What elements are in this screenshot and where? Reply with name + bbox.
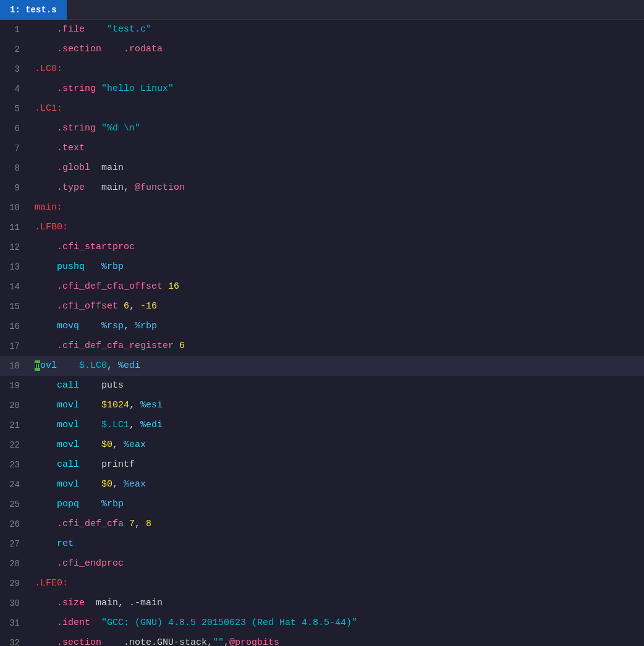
code-line: 23 call printf [0,455,644,475]
line-number: 11 [0,223,30,232]
line-number: 26 [0,519,30,529]
line-content: .type main, @function [30,179,644,197]
code-line: 20 movl $1024, %esi [0,396,644,415]
line-number: 1 [0,25,30,35]
token-space [118,301,124,312]
token-plain: , [135,519,146,529]
line-content: movq %rsp, %rbp [30,317,644,336]
token-label2: .LFE0: [35,578,68,589]
token-directive: .cfi_def_cfa [35,519,124,529]
line-content: call puts [30,376,644,395]
token-space [163,281,168,292]
token-string: "%d \n" [101,123,140,134]
line-content: .cfi_startproc [30,238,644,257]
token-number: 7 [129,519,135,529]
line-content: movl $0, %eax [30,436,644,454]
token-directive: .cfi_startproc [35,242,135,252]
active-tab[interactable]: 1: test.s [0,0,67,20]
token-string: "GCC: (GNU) 4.8.5 20150623 (Red Hat 4.8.… [101,618,357,628]
line-number: 19 [0,381,30,391]
line-number: 6 [0,124,30,134]
code-line: 13 pushq %rbp [0,257,644,277]
line-number: 3 [0,64,30,74]
line-content: .file "test.c" [30,20,644,39]
token-number: 6 [179,341,185,351]
line-content: .LFE0: [30,574,644,593]
code-line: 32 .section .note.GNU-stack,"",@progbits [0,633,644,646]
line-content: .LC1: [30,100,644,118]
line-content: movl $0, %eax [30,475,644,494]
token-space [90,618,101,628]
line-number: 16 [0,321,30,331]
line-number: 5 [0,104,30,114]
line-number: 31 [0,618,30,628]
editor-container: 1: test.s 1 .file "test.c"2 .section .ro… [0,0,644,646]
token-number: $1024 [101,400,129,410]
code-line: 15 .cfi_offset 6, -16 [0,297,644,317]
code-line: 29.LFE0: [0,574,644,593]
line-content: .LC0: [30,60,644,79]
token-register: %rbp [101,261,124,272]
token-register: %rbp [135,321,157,331]
token-plain: , [129,420,140,430]
token-directive: .file [35,24,85,35]
token-plain: , [112,440,124,450]
token-space [79,321,101,331]
token-instr: ovl [40,360,57,371]
token-space [79,459,101,470]
line-number: 14 [0,282,30,292]
line-content: movl $1024, %esi [30,396,644,415]
line-content: main: [30,198,644,217]
code-line: 21 movl $.LC1, %edi [0,415,644,435]
line-number: 12 [0,242,30,252]
token-plain: , [129,301,140,312]
token-label: .LC1: [35,103,62,114]
line-content: .cfi_offset 6, -16 [30,297,644,316]
line-content: .globl main [30,159,644,177]
token-instr: movl [35,420,79,430]
token-number: $0 [101,440,112,450]
token-directive: .ident [35,618,90,628]
code-line: 17 .cfi_def_cfa_register 6 [0,336,644,356]
code-line: 2 .section .rodata [0,40,644,59]
line-content: pushq %rbp [30,258,644,276]
token-space [174,341,179,351]
line-content: movl $.LC0, %edi [30,357,644,375]
token-at: @progbits [229,637,279,646]
token-at: @function [135,182,185,193]
token-label2: .LFB0: [35,222,68,232]
code-line: 9 .type main, @function [0,178,644,198]
line-number: 4 [0,84,30,94]
token-register: %rsp [101,321,124,331]
line-number: 2 [0,45,30,54]
token-register: %edi [140,420,163,430]
token-space [79,380,101,391]
line-number: 17 [0,341,30,351]
code-line: 19 call puts [0,376,644,396]
code-line: 8 .globl main [0,158,644,178]
line-number: 13 [0,262,30,272]
tab-bar: 1: test.s [0,0,644,20]
token-plain: .note.GNU-stack, [124,637,213,646]
line-content: .cfi_def_cfa 7, 8 [30,515,644,533]
token-string: "" [213,637,224,646]
code-line: 3.LC0: [0,59,644,79]
line-number: 25 [0,499,30,509]
token-space [79,499,101,509]
token-space [79,400,101,410]
token-directive: .section [35,44,101,54]
token-label: .LC0: [35,64,62,74]
token-instr: call [35,380,79,391]
token-string: "hello Linux" [101,83,174,94]
line-content: .cfi_endproc [30,555,644,573]
token-directive: .type [35,182,85,193]
code-area: 1 .file "test.c"2 .section .rodata3.LC0:… [0,20,644,646]
token-directive: .cfi_def_cfa_register [35,341,174,351]
token-space [85,24,107,35]
token-space [79,440,101,450]
code-line: 24 movl $0, %eax [0,475,644,495]
code-line: 11.LFB0: [0,218,644,237]
line-number: 29 [0,579,30,589]
token-directive: .globl [35,163,90,173]
token-directive: .cfi_def_cfa_offset [35,281,163,292]
